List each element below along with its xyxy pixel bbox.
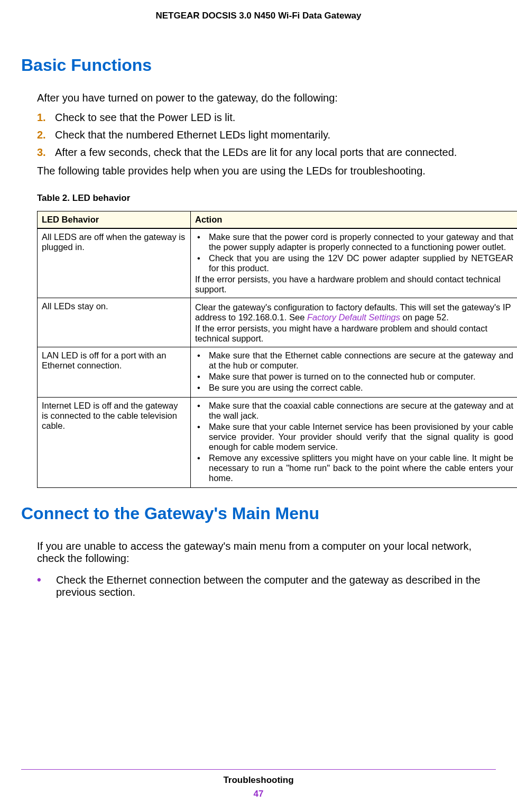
action-bullets: •Make sure that the Ethernet cable conne… (195, 350, 513, 393)
document-header: NETGEAR DOCSIS 3.0 N450 Wi-Fi Data Gatew… (0, 0, 517, 21)
list-item: •Make sure that the Ethernet cable conne… (195, 350, 513, 371)
bullet-icon: • (195, 383, 209, 393)
check-list: •Check the Ethernet connection between t… (37, 574, 496, 598)
trailing-text: If the error persists, you might have a … (195, 324, 513, 344)
bullet-icon: • (195, 253, 209, 273)
step-text: Check that the numbered Ethernet LEDs li… (55, 129, 330, 141)
col-header-action: Action (191, 211, 518, 229)
led-behavior-table: LED Behavior Action All LEDS are off whe… (37, 211, 517, 488)
list-item: •Check the Ethernet connection between t… (37, 574, 496, 598)
bullet-text: Check the Ethernet connection between th… (56, 574, 496, 598)
bullet-icon: • (195, 372, 209, 382)
step-2: 2.Check that the numbered Ethernet LEDs … (37, 129, 496, 141)
list-item: •Remove any excessive splitters you migh… (195, 453, 513, 483)
table-header-row: LED Behavior Action (38, 211, 518, 229)
cell-behavior: All LEDs stay on. (38, 298, 191, 347)
bullet-icon: • (195, 401, 209, 421)
action-bullets: •Make sure that the coaxial cable connec… (195, 401, 513, 483)
bullet-text: Make sure that the power cord is properl… (209, 232, 513, 252)
action-paragraph: Clear the gateway's configuration to fac… (195, 302, 513, 322)
step-text: After a few seconds, check that the LEDs… (55, 146, 457, 159)
bullet-icon: • (37, 574, 56, 598)
bullet-text: Make sure that the coaxial cable connect… (209, 401, 513, 421)
table-row: LAN LED is off for a port with an Ethern… (38, 347, 518, 398)
list-item: •Check that you are using the 12V DC pow… (195, 253, 513, 273)
page-content: Basic Functions After you have turned on… (0, 56, 517, 598)
intro-paragraph: After you have turned on power to the ga… (37, 92, 496, 104)
list-item: •Be sure you are using the correct cable… (195, 383, 513, 393)
bullet-icon: • (195, 232, 209, 252)
section2-paragraph: If you are unable to access the gateway'… (37, 540, 496, 565)
cell-action: •Make sure that the power cord is proper… (191, 228, 518, 298)
heading-connect-gateway: Connect to the Gateway's Main Menu (21, 504, 496, 523)
link-factory-default[interactable]: Factory Default Settings (307, 312, 400, 322)
bullet-icon: • (195, 453, 209, 483)
page-footer: Troubleshooting 47 (21, 769, 496, 799)
action-bullets: •Make sure that the power cord is proper… (195, 232, 513, 273)
step-3: 3.After a few seconds, check that the LE… (37, 146, 496, 159)
step-text: Check to see that the Power LED is lit. (55, 112, 235, 124)
table-caption: Table 2. LED behavior (37, 193, 496, 204)
text-post: on page 52. (400, 312, 449, 322)
after-steps-paragraph: The following table provides help when y… (37, 165, 496, 177)
list-item: •Make sure that power is turned on to th… (195, 372, 513, 382)
bullet-text: Check that you are using the 12V DC powe… (209, 253, 513, 273)
bullet-icon: • (195, 350, 209, 371)
list-item: •Make sure that your cable Internet serv… (195, 422, 513, 452)
col-header-behavior: LED Behavior (38, 211, 191, 229)
bullet-text: Remove any excessive splitters you might… (209, 453, 513, 483)
bullet-text: Make sure that power is turned on to the… (209, 372, 513, 382)
step-number: 1. (37, 112, 55, 124)
cell-behavior: LAN LED is off for a port with an Ethern… (38, 347, 191, 398)
bullet-text: Make sure that the Ethernet cable connec… (209, 350, 513, 371)
footer-section-name: Troubleshooting (21, 775, 496, 786)
steps-list: 1.Check to see that the Power LED is lit… (37, 112, 496, 159)
list-item: •Make sure that the power cord is proper… (195, 232, 513, 252)
list-item: •Make sure that the coaxial cable connec… (195, 401, 513, 421)
step-number: 2. (37, 129, 55, 141)
bullet-icon: • (195, 422, 209, 452)
bullet-text: Make sure that your cable Internet servi… (209, 422, 513, 452)
cell-action: •Make sure that the coaxial cable connec… (191, 398, 518, 488)
heading-basic-functions: Basic Functions (21, 56, 496, 75)
step-1: 1.Check to see that the Power LED is lit… (37, 112, 496, 124)
cell-action: •Make sure that the Ethernet cable conne… (191, 347, 518, 398)
table-row: All LEDS are off when the gateway is plu… (38, 228, 518, 298)
cell-behavior: Internet LED is off and the gateway is c… (38, 398, 191, 488)
cell-action: Clear the gateway's configuration to fac… (191, 298, 518, 347)
step-number: 3. (37, 146, 55, 159)
table-row: Internet LED is off and the gateway is c… (38, 398, 518, 488)
bullet-text: Be sure you are using the correct cable. (209, 383, 513, 393)
table-row: All LEDs stay on. Clear the gateway's co… (38, 298, 518, 347)
trailing-text: If the error persists, you have a hardwa… (195, 274, 513, 294)
footer-page-number: 47 (21, 789, 496, 799)
cell-behavior: All LEDS are off when the gateway is plu… (38, 228, 191, 298)
